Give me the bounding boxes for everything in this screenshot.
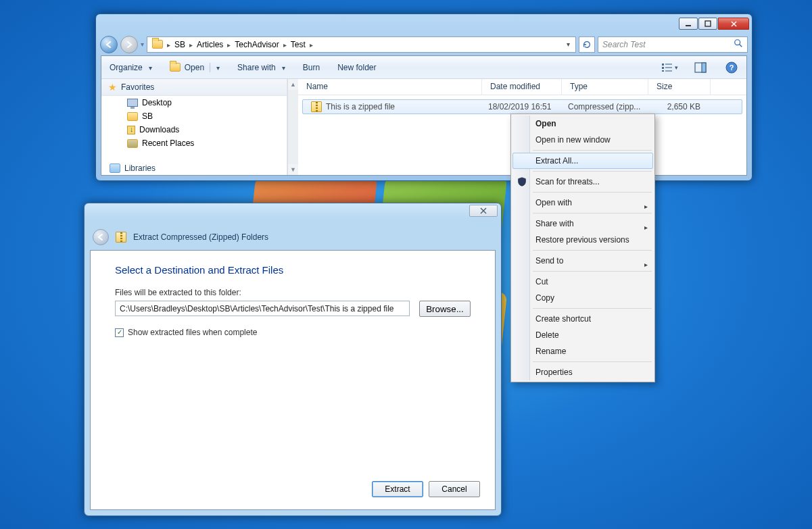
view-options-button[interactable]: ▾ xyxy=(660,59,679,76)
destination-path-input[interactable] xyxy=(115,301,410,316)
menu-separator xyxy=(533,271,652,272)
menu-share-with[interactable]: Share with xyxy=(512,216,653,232)
scroll-down-icon[interactable]: ▼ xyxy=(288,164,298,175)
desktop-icon xyxy=(127,99,138,107)
menu-delete[interactable]: Delete xyxy=(512,327,653,343)
nav-libraries-header[interactable]: Libraries xyxy=(101,161,287,175)
svg-rect-5 xyxy=(662,67,664,69)
dialog-window-title: Extract Compressed (Zipped) Folders xyxy=(133,232,268,242)
col-name[interactable]: Name xyxy=(298,79,482,95)
search-icon xyxy=(734,39,743,50)
preview-pane-button[interactable] xyxy=(691,59,710,76)
folder-icon xyxy=(127,112,138,121)
share-with-button[interactable]: Share with xyxy=(235,61,288,74)
address-bar[interactable]: SB Articles TechAdvisor Test ▾ xyxy=(147,36,576,53)
menu-copy[interactable]: Copy xyxy=(512,290,653,306)
file-row-selected[interactable]: This is a zipped file 18/02/2019 16:51 C… xyxy=(302,99,742,114)
recent-icon xyxy=(127,139,138,148)
file-name: This is a zipped file xyxy=(326,102,395,111)
menu-extract-all[interactable]: Extract All... xyxy=(512,153,653,169)
zip-file-icon xyxy=(116,232,126,243)
folder-open-icon xyxy=(170,63,181,72)
zip-file-icon xyxy=(311,101,322,112)
burn-button[interactable]: Burn xyxy=(300,61,323,74)
breadcrumb-seg[interactable]: Test xyxy=(287,40,309,49)
navigation-pane: ★Favorites Desktop SB Downloads Recent P… xyxy=(101,79,287,175)
checkbox-icon: ✓ xyxy=(115,328,124,337)
search-input[interactable]: Search Test xyxy=(598,36,748,53)
nav-item-recent[interactable]: Recent Places xyxy=(101,136,287,150)
menu-send-to[interactable]: Send to xyxy=(512,253,653,269)
show-files-checkbox[interactable]: ✓ Show extracted files when complete xyxy=(115,328,471,337)
star-icon: ★ xyxy=(108,82,117,93)
breadcrumb-seg[interactable]: TechAdvisor xyxy=(231,40,282,49)
dialog-close-button[interactable] xyxy=(469,205,498,217)
menu-open-with[interactable]: Open with xyxy=(512,195,653,211)
minimize-button[interactable] xyxy=(679,18,698,30)
svg-rect-11 xyxy=(702,63,706,72)
menu-create-shortcut[interactable]: Create shortcut xyxy=(512,311,653,327)
column-headers: Name Date modified Type Size xyxy=(298,79,746,95)
menu-scan-threats[interactable]: Scan for threats... xyxy=(512,174,653,190)
menu-open[interactable]: Open xyxy=(512,116,653,132)
col-date[interactable]: Date modified xyxy=(482,79,562,95)
extract-button[interactable]: Extract xyxy=(372,481,423,497)
nav-back-button[interactable] xyxy=(100,36,118,53)
svg-rect-6 xyxy=(662,70,664,72)
breadcrumb-seg[interactable]: SB xyxy=(171,40,189,49)
svg-rect-9 xyxy=(665,70,672,72)
svg-rect-1 xyxy=(705,21,711,26)
downloads-icon xyxy=(127,126,135,134)
menu-separator xyxy=(533,192,652,193)
breadcrumb-seg[interactable]: Articles xyxy=(193,40,226,49)
menu-separator xyxy=(533,150,652,151)
menu-cut[interactable]: Cut xyxy=(512,274,653,290)
refresh-button[interactable] xyxy=(579,36,595,53)
libraries-icon xyxy=(110,163,120,173)
nav-item-sb[interactable]: SB xyxy=(101,109,287,123)
menu-properties[interactable]: Properties xyxy=(512,364,653,380)
dialog-titlebar[interactable] xyxy=(85,203,501,224)
menu-rename[interactable]: Rename xyxy=(512,343,653,359)
search-placeholder: Search Test xyxy=(602,40,646,49)
menu-separator xyxy=(533,250,652,251)
explorer-toolbar: Organize Open Share with Burn New folder… xyxy=(101,56,746,79)
maximize-button[interactable] xyxy=(698,18,717,30)
cancel-button[interactable]: Cancel xyxy=(429,481,480,497)
menu-open-new-window[interactable]: Open in new window xyxy=(512,132,653,148)
window-titlebar[interactable] xyxy=(96,14,752,33)
extract-wizard-dialog: Extract Compressed (Zipped) Folders Sele… xyxy=(84,203,502,516)
menu-separator xyxy=(533,308,652,309)
menu-separator xyxy=(533,171,652,172)
svg-rect-0 xyxy=(686,25,691,26)
svg-rect-4 xyxy=(662,64,664,66)
svg-text:?: ? xyxy=(730,64,734,72)
nav-scrollbar[interactable]: ▲ ▼ xyxy=(287,79,298,175)
new-folder-button[interactable]: New folder xyxy=(335,61,379,74)
help-button[interactable]: ? xyxy=(722,59,741,76)
addr-dropdown-icon[interactable]: ▾ xyxy=(563,41,574,48)
nav-favorites-header[interactable]: ★Favorites xyxy=(101,79,287,96)
folder-icon xyxy=(152,40,163,49)
organize-button[interactable]: Organize xyxy=(107,61,155,74)
nav-item-desktop[interactable]: Desktop xyxy=(101,96,287,109)
dialog-heading: Select a Destination and Extract Files xyxy=(115,264,471,276)
scroll-up-icon[interactable]: ▲ xyxy=(288,79,298,90)
nav-item-downloads[interactable]: Downloads xyxy=(101,123,287,136)
col-type[interactable]: Type xyxy=(562,79,648,95)
close-button[interactable] xyxy=(718,18,749,30)
context-menu: Open Open in new window Extract All... S… xyxy=(510,114,655,382)
shield-icon xyxy=(517,176,527,187)
svg-rect-8 xyxy=(665,67,672,68)
menu-separator xyxy=(533,361,652,362)
browse-button[interactable]: Browse... xyxy=(419,301,471,317)
dialog-back-button[interactable] xyxy=(93,229,109,245)
svg-point-2 xyxy=(735,40,740,45)
file-type: Compressed (zipp... xyxy=(564,102,650,111)
nav-forward-button[interactable] xyxy=(120,36,138,53)
open-button[interactable]: Open xyxy=(167,61,222,74)
menu-restore-versions[interactable]: Restore previous versions xyxy=(512,232,653,248)
col-size[interactable]: Size xyxy=(648,79,711,95)
svg-rect-7 xyxy=(665,64,672,65)
file-size: 2,650 KB xyxy=(650,102,704,111)
